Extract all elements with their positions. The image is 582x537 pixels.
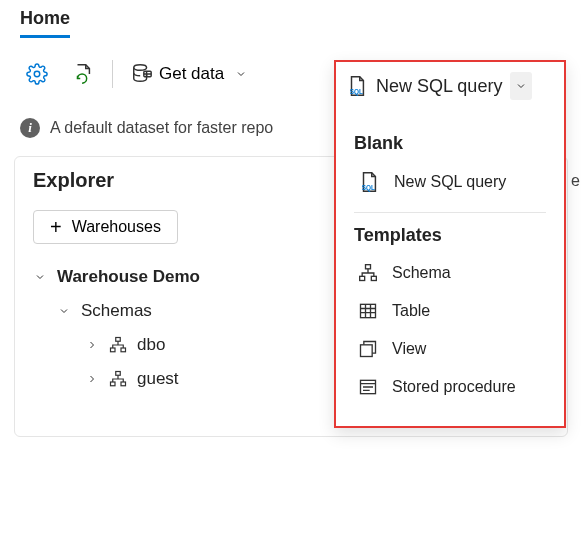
- svg-rect-5: [121, 348, 126, 352]
- svg-rect-4: [111, 348, 116, 352]
- tree-node-label: dbo: [137, 335, 165, 355]
- dropdown-item-stored-procedure[interactable]: Stored procedure: [354, 368, 546, 406]
- dropdown-item-label: View: [392, 340, 426, 358]
- svg-rect-14: [361, 304, 376, 317]
- info-message: A default dataset for faster repo: [50, 119, 273, 137]
- tab-home[interactable]: Home: [20, 8, 70, 38]
- svg-rect-6: [116, 372, 121, 376]
- svg-rect-8: [121, 382, 126, 386]
- warehouses-label: Warehouses: [72, 218, 161, 236]
- tree-node-label: Schemas: [81, 301, 152, 321]
- dropdown-item-label: Table: [392, 302, 430, 320]
- table-icon: [358, 301, 378, 321]
- dropdown-separator: [354, 212, 546, 213]
- database-icon: [131, 63, 153, 85]
- info-icon: i: [20, 118, 40, 138]
- chevron-right-icon: [85, 373, 99, 385]
- dropdown-item-label: Schema: [392, 264, 451, 282]
- new-sql-label: New SQL query: [376, 76, 502, 97]
- schema-icon: [109, 336, 127, 354]
- settings-button[interactable]: [16, 57, 58, 91]
- dropdown-section-blank: Blank: [354, 133, 546, 154]
- schema-icon: [109, 370, 127, 388]
- dropdown-item-label: Stored procedure: [392, 378, 516, 396]
- chevron-down-icon: [230, 60, 252, 88]
- new-sql-query-dropdown: SQL New SQL query Blank SQL New SQL quer…: [334, 60, 566, 428]
- plus-icon: +: [50, 217, 62, 237]
- view-icon: [358, 339, 378, 359]
- svg-rect-12: [360, 276, 365, 280]
- svg-rect-7: [111, 382, 116, 386]
- clipped-text: e: [571, 172, 580, 190]
- svg-rect-15: [361, 345, 373, 357]
- get-data-button[interactable]: Get data: [121, 54, 262, 94]
- chevron-down-icon: [57, 305, 71, 317]
- svg-text:SQL: SQL: [350, 88, 363, 96]
- dropdown-item-label: New SQL query: [394, 173, 506, 191]
- schema-icon: [358, 263, 378, 283]
- svg-point-0: [34, 71, 40, 77]
- dropdown-item-new-sql[interactable]: SQL New SQL query: [354, 162, 546, 202]
- sql-file-icon: SQL: [346, 75, 368, 97]
- gear-icon: [26, 63, 48, 85]
- svg-rect-3: [116, 338, 121, 342]
- new-sql-query-button[interactable]: SQL New SQL query: [336, 62, 564, 113]
- dropdown-item-table[interactable]: Table: [354, 292, 546, 330]
- refresh-button[interactable]: [62, 57, 104, 91]
- dropdown-section-templates: Templates: [354, 225, 546, 246]
- get-data-label: Get data: [159, 64, 224, 84]
- tree-node-label: guest: [137, 369, 179, 389]
- refresh-file-icon: [72, 63, 94, 85]
- dropdown-item-view[interactable]: View: [354, 330, 546, 368]
- svg-point-1: [134, 65, 147, 71]
- svg-text:SQL: SQL: [362, 184, 375, 192]
- svg-rect-13: [371, 276, 376, 280]
- dropdown-item-schema[interactable]: Schema: [354, 254, 546, 292]
- stored-procedure-icon: [358, 377, 378, 397]
- chevron-down-icon[interactable]: [510, 72, 532, 100]
- tree-node-label: Warehouse Demo: [57, 267, 200, 287]
- chevron-right-icon: [85, 339, 99, 351]
- svg-rect-11: [366, 265, 371, 269]
- toolbar-divider: [112, 60, 113, 88]
- add-warehouse-button[interactable]: + Warehouses: [33, 210, 178, 244]
- tab-bar: Home: [0, 0, 582, 38]
- sql-file-icon: SQL: [358, 171, 380, 193]
- chevron-down-icon: [33, 271, 47, 283]
